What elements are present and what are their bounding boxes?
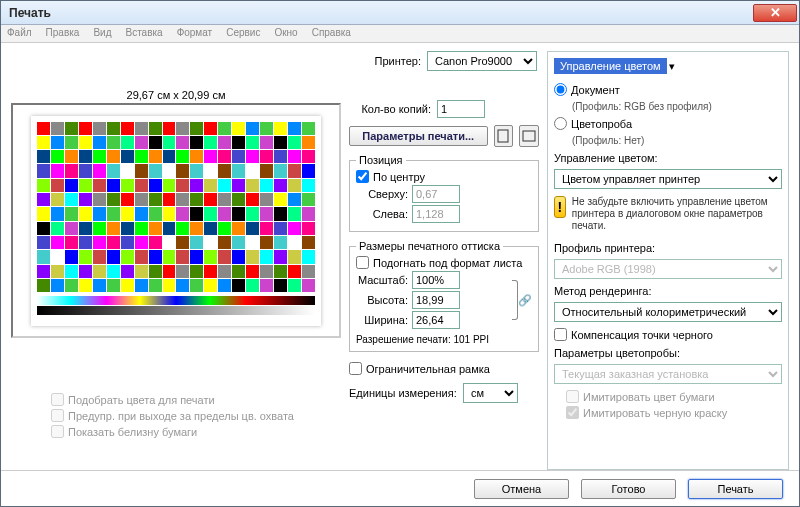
menu-item: Справка xyxy=(312,27,351,40)
fit-media-label: Подогнать под формат листа xyxy=(373,257,522,269)
width-label: Ширина: xyxy=(356,314,408,326)
top-label: Сверху: xyxy=(356,188,408,200)
proof-radio-label: Цветопроба xyxy=(571,118,632,130)
right-column: Управление цветом ▾ Документ (Профиль: R… xyxy=(547,51,789,470)
landscape-icon[interactable] xyxy=(519,125,539,147)
warning-text: Не забудьте включить управление цветом п… xyxy=(572,196,782,232)
handling-label: Управление цветом: xyxy=(554,152,782,164)
bpc-checkbox[interactable] xyxy=(554,328,567,341)
middle-column: Принтер: Canon Pro9000 Кол-во копий: Пар… xyxy=(349,51,539,470)
simulate-black-label: Имитировать черную краску xyxy=(583,407,727,419)
svg-rect-1 xyxy=(523,131,535,141)
units-select[interactable]: см xyxy=(463,383,518,403)
printer-label: Принтер: xyxy=(349,55,421,67)
close-button[interactable]: ✕ xyxy=(753,4,797,22)
left-label: Слева: xyxy=(356,208,408,220)
color-handling-select[interactable]: Цветом управляет принтер xyxy=(554,169,782,189)
print-dialog: Печать ✕ Файл Правка Вид Вставка Формат … xyxy=(0,0,800,507)
gray-gradient-bar xyxy=(37,306,315,315)
proof-radio[interactable] xyxy=(554,117,567,130)
proof-profile: (Профиль: Нет) xyxy=(572,135,782,146)
document-profile: (Профиль: RGB без профиля) xyxy=(572,101,782,112)
simulate-black-checkbox xyxy=(566,406,579,419)
size-legend: Размеры печатного оттиска xyxy=(356,240,503,252)
menu-item: Формат xyxy=(177,27,213,40)
units-label: Единицы измерения: xyxy=(349,387,457,399)
fit-media-checkbox[interactable] xyxy=(356,256,369,269)
simulate-paper-checkbox xyxy=(566,390,579,403)
position-legend: Позиция xyxy=(356,154,406,166)
done-button[interactable]: Готово xyxy=(581,479,676,499)
match-colors-label: Подобрать цвета для печати xyxy=(68,394,215,406)
color-management-header: Управление цветом xyxy=(554,58,667,74)
printer-profile-label: Профиль принтера: xyxy=(554,242,782,254)
left-column: 29,67 см x 20,99 см Подобрать цвета для … xyxy=(11,51,341,470)
proof-params-label: Параметры цветопробы: xyxy=(554,347,782,359)
print-button[interactable]: Печать xyxy=(688,479,783,499)
svg-rect-0 xyxy=(498,130,508,142)
bounding-box-checkbox[interactable] xyxy=(349,362,362,375)
preview-page xyxy=(31,116,321,326)
preview-dimensions: 29,67 см x 20,99 см xyxy=(11,89,341,101)
window-title: Печать xyxy=(9,6,753,20)
menu-item: Вид xyxy=(93,27,111,40)
menu-item: Окно xyxy=(274,27,297,40)
match-colors-checkbox xyxy=(51,393,64,406)
size-fieldset: Размеры печатного оттиска Подогнать под … xyxy=(349,240,539,352)
scale-label: Масштаб: xyxy=(356,274,408,286)
warning-icon: ! xyxy=(554,196,566,218)
rendering-intent-label: Метод рендеринга: xyxy=(554,285,782,297)
cancel-button[interactable]: Отмена xyxy=(474,479,569,499)
rendering-intent-select[interactable]: Относительный колориметрический xyxy=(554,302,782,322)
simulate-paper-label: Имитировать цвет бумаги xyxy=(583,391,715,403)
printer-profile-select: Adobe RGB (1998) xyxy=(554,259,782,279)
center-checkbox[interactable] xyxy=(356,170,369,183)
top-input xyxy=(412,185,460,203)
portrait-icon[interactable] xyxy=(494,125,514,147)
bounding-box-label: Ограничительная рамка xyxy=(366,363,490,375)
printer-select[interactable]: Canon Pro9000 xyxy=(427,51,537,71)
document-radio[interactable] xyxy=(554,83,567,96)
copies-input[interactable] xyxy=(437,100,485,118)
center-label: По центру xyxy=(373,171,425,183)
menu-item: Правка xyxy=(46,27,80,40)
copies-label: Кол-во копий: xyxy=(349,103,431,115)
color-test-chart xyxy=(37,122,315,293)
gamut-warning-label: Предупр. при выходе за пределы цв. охват… xyxy=(68,410,294,422)
preview-box xyxy=(11,103,341,338)
bpc-label: Компенсация точки черного xyxy=(571,329,713,341)
warning-box: ! Не забудьте включить управление цветом… xyxy=(554,196,782,232)
height-input[interactable] xyxy=(412,291,460,309)
width-input[interactable] xyxy=(412,311,460,329)
left-options: Подобрать цвета для печати Предупр. при … xyxy=(11,393,341,438)
dropdown-arrow-icon[interactable]: ▾ xyxy=(669,60,675,73)
chart-footer xyxy=(37,296,315,320)
document-radio-label: Документ xyxy=(571,84,620,96)
gamut-warning-checkbox xyxy=(51,409,64,422)
paper-white-checkbox xyxy=(51,425,64,438)
print-settings-button[interactable]: Параметры печати... xyxy=(349,126,488,146)
lock-icon[interactable]: 🔗 xyxy=(518,290,532,310)
resolution-label: Разрешение печати: 101 PPI xyxy=(356,334,532,345)
menu-item: Сервис xyxy=(226,27,260,40)
footer: Отмена Готово Печать xyxy=(1,470,799,506)
scale-input[interactable] xyxy=(412,271,460,289)
menubar: Файл Правка Вид Вставка Формат Сервис Ок… xyxy=(1,25,799,43)
titlebar: Печать ✕ xyxy=(1,1,799,25)
position-fieldset: Позиция По центру Сверху: Слева: xyxy=(349,154,539,232)
height-label: Высота: xyxy=(356,294,408,306)
proof-preset-select: Текущая заказная установка xyxy=(554,364,782,384)
content-area: 29,67 см x 20,99 см Подобрать цвета для … xyxy=(1,43,799,470)
paper-white-label: Показать белизну бумаги xyxy=(68,426,197,438)
left-input xyxy=(412,205,460,223)
color-gradient-bar xyxy=(37,296,315,305)
menu-item: Вставка xyxy=(125,27,162,40)
menu-item: Файл xyxy=(7,27,32,40)
